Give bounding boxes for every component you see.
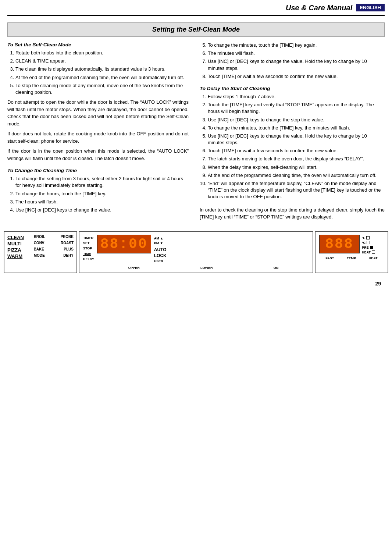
mode-bake: BAKE [34,247,51,253]
delay-cleaning-section: To Delay the Start of Cleaning Follow st… [200,86,385,221]
auto-lock-body1: Do not attempt to open the door while th… [7,99,189,127]
language-badge: ENGLISH [356,4,385,11]
temp-label-c: °C [362,241,375,245]
label-stop: STOP [83,246,94,251]
section-title: Setting the Self-Clean Mode [8,26,384,33]
temp-right-labels: °F °C PRE HEAT [362,235,375,254]
timer-right-labels: AM ▲ PM ▼ AUTO LOCK USER [154,235,167,264]
mode-dehy: DEHY [55,253,74,259]
mode-mode: MODE [34,253,51,259]
temp-segment-display: 888 [319,235,360,253]
temp-label-pre: PRE [362,246,375,249]
temp-panel-inner: 888 °F °C PRE HEAT [319,235,384,254]
temp-label-heat: HEAT [362,250,375,254]
control-panels-row: CLEAN BROIL PROBE MULTI CONV ROAST PIZZA… [4,231,388,273]
page-header: Use & Care Manual ENGLISH [0,0,392,12]
mode-multi: MULTI [7,241,29,246]
right-column: To change the minutes, touch the [TIME] … [196,42,385,224]
label-fast: FAST [325,256,334,260]
change-cleaning-time-title: To Change the Cleaning Time [7,168,189,173]
timer-left-labels: TIMER SET STOP TIME DELAY [83,235,94,262]
timer-panel-inner: TIMER SET STOP TIME DELAY 88:00 AM ▲ PM … [83,235,309,264]
temp-display-panel: 888 °F °C PRE HEAT [315,231,388,273]
section-title-bar: Setting the Self-Clean Mode [7,22,385,37]
list-item: At the end of the programmed cleaning ti… [15,74,189,81]
label-user: USER [154,259,167,264]
temp-label-f: °F [362,236,375,240]
label-lock: LOCK [154,253,167,259]
timer-bottom-labels: UPPER LOWER ON [83,266,309,270]
delay-footer: In order to check the cleaning or the st… [200,206,385,221]
label-delay: DELAY [83,256,94,262]
list-item: The hours will flash. [15,199,189,205]
header-divider [7,15,385,16]
list-item: To stop the cleaning mode at any moment,… [15,82,189,96]
list-item: Touch [TIME] or wait a few seconds to co… [208,73,385,80]
left-column: To Set the Self-Clean Mode Rotate both k… [7,42,196,224]
label-temp: TEMP [347,256,356,260]
page-number: 29 [0,273,392,287]
mode-plus: PLUS [55,247,74,253]
timer-segment-display: 88:00 [97,235,151,253]
list-item: To change the hours, touch the [TIME] ke… [15,191,189,197]
am-pm-block: AM ▲ PM ▼ [154,236,167,246]
label-lower: LOWER [200,266,213,270]
temp-bottom-labels: FAST TEMP HEAT [319,256,384,260]
auto-lock-block: AUTO LOCK USER [154,247,167,264]
label-heat: HEAT [369,256,378,260]
mode-roast: ROAST [55,241,74,246]
list-item: The clean time is displayed automaticall… [15,66,189,72]
label-on: ON [274,266,279,270]
label-timer: TIMER [83,235,94,241]
list-item: “End” will appear on the temperature dis… [208,180,385,200]
label-upper: UPPER [128,266,140,270]
label-am: AM ▲ [154,236,167,241]
list-item: Use [INC] or [DEC] keys to change the st… [208,117,385,123]
list-item: Rotate both knobs into the clean positio… [15,50,189,56]
change-cleaning-time-steps: To change the setting from 3 hours, sele… [7,175,189,213]
list-item: To change the setting from 3 hours, sele… [15,175,189,189]
timer-display-panel: TIMER SET STOP TIME DELAY 88:00 AM ▲ PM … [79,231,313,273]
list-item: Use [INC] or [DEC] keys to change the va… [15,207,189,213]
set-clean-mode-steps: Rotate both knobs into the clean positio… [7,50,189,96]
mode-warm: WARM [7,253,29,259]
manual-title: Use & Care Manual [286,4,352,12]
segment-time-value: 88:00 [97,235,151,253]
auto-lock-body3: If the door is in the open position when… [7,148,189,162]
label-set: SET [83,241,94,246]
page-num-value: 29 [375,281,381,287]
mode-broil: BROIL [34,235,51,240]
list-item: The minutes will flash. [208,50,385,57]
list-item: Follow steps 1 through 7 above. [208,93,385,100]
list-item: To change the minutes, touch the [TIME] … [208,125,385,131]
delay-cleaning-steps: Follow steps 1 through 7 above. Touch th… [200,93,385,200]
mode-conv: CONV [34,241,51,246]
list-item: CLEAN & TIME appear. [15,58,189,64]
change-cleaning-time-section: To Change the Cleaning Time To change th… [7,168,189,213]
list-item: Touch [TIME] or wait a few seconds to co… [208,148,385,154]
list-item: When the delay time expires, self-cleani… [208,164,385,171]
mode-selector-panel: CLEAN BROIL PROBE MULTI CONV ROAST PIZZA… [4,231,77,273]
auto-lock-body2: If door does not lock, rotate the cookin… [7,130,189,145]
label-auto: AUTO [154,247,167,253]
delay-cleaning-title: To Delay the Start of Cleaning [200,86,385,91]
list-item: At the end of the programmed cleaning ti… [208,172,385,179]
continue-steps: To change the minutes, touch the [TIME] … [200,42,385,80]
list-item: The latch starts moving to lock the oven… [208,156,385,162]
list-item: Use [INC] or [DEC] keys to change the va… [208,58,385,71]
mode-probe: PROBE [55,235,74,240]
mode-pizza: PIZZA [7,247,29,253]
list-item: To change the minutes, touch the [TIME] … [208,42,385,49]
mode-grid: CLEAN BROIL PROBE MULTI CONV ROAST PIZZA… [7,235,74,259]
main-content: To Set the Self-Clean Mode Rotate both k… [7,42,385,224]
set-clean-mode-title: To Set the Self-Clean Mode [7,42,189,47]
label-time: TIME [83,251,94,256]
list-item: Touch the [TIME] key and verify that “ST… [208,102,385,115]
list-item: Use [INC] or [DEC] keys to change the va… [208,133,385,146]
mode-clean: CLEAN [7,235,29,240]
label-pm: PM ▼ [154,241,167,246]
